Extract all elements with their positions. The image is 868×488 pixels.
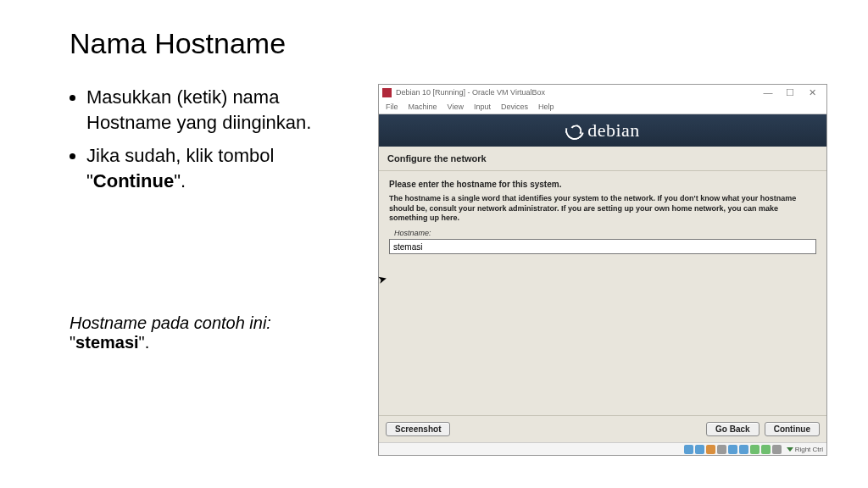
bullet-2-bold: Continue bbox=[93, 170, 174, 191]
maximize-button[interactable]: ☐ bbox=[779, 85, 801, 100]
status-cd-icon[interactable] bbox=[695, 445, 704, 454]
bullet-1: Masukkan (ketik) nama Hostname yang diin… bbox=[86, 85, 349, 135]
menu-file[interactable]: File bbox=[381, 103, 403, 111]
cursor-icon: ➤ bbox=[376, 272, 389, 286]
slide-note-line2: "stemasi". bbox=[70, 333, 349, 352]
slide-note-line1: Hostname pada contoh ini: bbox=[70, 313, 349, 333]
bullet-1-text: Masukkan (ketik) nama Hostname yang diin… bbox=[86, 86, 311, 133]
note-bold: stemasi bbox=[75, 333, 139, 352]
hostkey-arrow-icon bbox=[787, 447, 793, 452]
bullet-2-post: ". bbox=[174, 170, 186, 191]
bullet-2: Jika sudah, klik tombol "Continue". bbox=[86, 143, 349, 193]
note-quote-close: ". bbox=[139, 333, 150, 352]
installer-section-title: Configure the network bbox=[379, 147, 826, 171]
go-back-button[interactable]: Go Back bbox=[706, 422, 760, 436]
slide-bullets: Masukkan (ketik) nama Hostname yang diin… bbox=[70, 85, 349, 202]
status-audio-icon[interactable] bbox=[706, 445, 715, 454]
status-display-icon[interactable] bbox=[750, 445, 760, 454]
status-hd-icon[interactable] bbox=[684, 445, 693, 454]
installer-description: The hostname is a single word that ident… bbox=[389, 194, 816, 224]
menu-devices[interactable]: Devices bbox=[496, 103, 533, 111]
status-net-icon[interactable] bbox=[717, 445, 726, 454]
minimize-button[interactable]: — bbox=[757, 85, 779, 100]
hostname-input[interactable] bbox=[389, 239, 816, 254]
virtualbox-window: Debian 10 [Running] - Oracle VM VirtualB… bbox=[378, 84, 827, 456]
continue-button[interactable]: Continue bbox=[765, 422, 820, 436]
hostkey-indicator[interactable]: Right Ctrl bbox=[787, 446, 823, 453]
slide-title: Nama Hostname bbox=[70, 27, 286, 60]
menu-machine[interactable]: Machine bbox=[403, 103, 442, 111]
status-usb-icon[interactable] bbox=[728, 445, 737, 454]
debian-logo: debian bbox=[565, 119, 640, 141]
status-rec-icon[interactable] bbox=[761, 445, 771, 454]
vb-statusbar: Right Ctrl bbox=[379, 442, 826, 455]
installer-prompt: Please enter the hostname for this syste… bbox=[389, 180, 816, 189]
vb-window-title: Debian 10 [Running] - Oracle VM VirtualB… bbox=[396, 88, 545, 97]
virtualbox-app-icon bbox=[382, 88, 392, 97]
installer-body: Please enter the hostname for this syste… bbox=[379, 171, 826, 415]
installer-footer: Screenshot Go Back Continue bbox=[379, 415, 826, 442]
debian-brand-text: debian bbox=[587, 119, 640, 141]
status-shared-icon[interactable] bbox=[739, 445, 748, 454]
menu-view[interactable]: View bbox=[442, 103, 469, 111]
menu-help[interactable]: Help bbox=[533, 103, 559, 111]
hostname-label: Hostname: bbox=[394, 229, 816, 237]
hostkey-label: Right Ctrl bbox=[795, 446, 823, 453]
slide-note: Hostname pada contoh ini: "stemasi". bbox=[70, 313, 349, 352]
vb-titlebar[interactable]: Debian 10 [Running] - Oracle VM VirtualB… bbox=[379, 85, 826, 100]
status-proc-icon[interactable] bbox=[772, 445, 782, 454]
installer-header: debian bbox=[379, 114, 826, 147]
menu-input[interactable]: Input bbox=[469, 103, 496, 111]
debian-swirl-icon bbox=[562, 118, 587, 143]
close-button[interactable]: ✕ bbox=[801, 85, 823, 100]
screenshot-button[interactable]: Screenshot bbox=[386, 422, 450, 436]
vb-menubar: File Machine View Input Devices Help bbox=[379, 100, 826, 114]
guest-display: debian Configure the network Please ente… bbox=[379, 114, 826, 442]
